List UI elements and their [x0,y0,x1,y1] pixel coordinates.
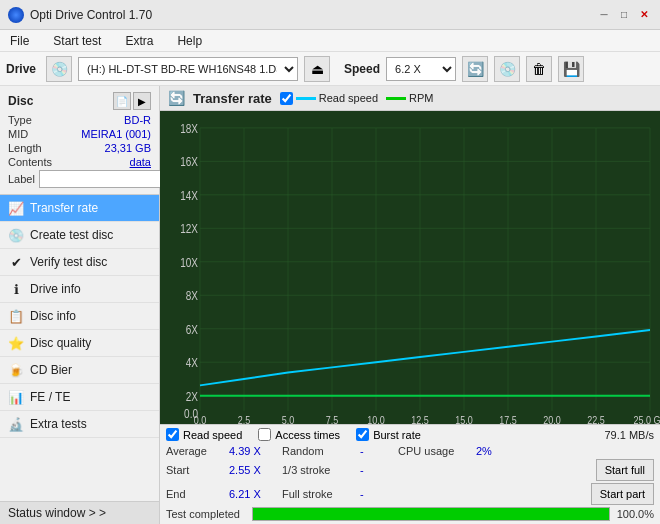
mid-value: MEIRA1 (001) [81,128,151,140]
end-label: End [166,488,221,500]
read-speed-checkbox[interactable] [166,428,179,441]
nav-create-test-disc[interactable]: 💿 Create test disc [0,222,159,249]
svg-text:14X: 14X [180,189,198,202]
menu-file[interactable]: File [4,32,35,50]
svg-text:16X: 16X [180,155,198,168]
svg-text:12.5: 12.5 [411,414,429,424]
burst-rate-checkbox-item[interactable]: Burst rate [356,428,421,441]
cpu-label: CPU usage [398,445,468,457]
progress-row: Test completed 100.0% [166,507,654,521]
nav-drive-info-label: Drive info [30,282,81,296]
random-value: - [360,445,390,457]
checkbox-row: Read speed Access times Burst rate 79.1 … [166,428,654,441]
access-times-checkbox[interactable] [258,428,271,441]
chart-icon: 🔄 [168,90,185,106]
sidebar: Disc 📄 ▶ Type BD-R MID MEIRA1 (001) Leng… [0,86,160,524]
drive-info-icon: ℹ [8,281,24,297]
start-part-button[interactable]: Start part [591,483,654,505]
svg-text:5.0: 5.0 [282,414,295,424]
label-label: Label [8,173,35,185]
nav-items: 📈 Transfer rate 💿 Create test disc ✔ Ver… [0,195,159,501]
status-text: Test completed [166,508,246,520]
svg-text:17.5: 17.5 [499,414,517,424]
nav-drive-info[interactable]: ℹ Drive info [0,276,159,303]
menu-help[interactable]: Help [171,32,208,50]
nav-cd-bier-label: CD Bier [30,363,72,377]
menu-extra[interactable]: Extra [119,32,159,50]
fe-te-icon: 📊 [8,389,24,405]
nav-extra-tests[interactable]: 🔬 Extra tests [0,411,159,438]
maximize-button[interactable]: □ [616,7,632,23]
nav-cd-bier[interactable]: 🍺 CD Bier [0,357,159,384]
cpu-value: 2% [476,445,654,457]
save-button[interactable]: 💾 [558,56,584,82]
refresh-button[interactable]: 🔄 [462,56,488,82]
nav-create-test-disc-label: Create test disc [30,228,113,242]
nav-disc-info-label: Disc info [30,309,76,323]
length-row: Length 23,31 GB [8,142,151,154]
length-label: Length [8,142,42,154]
legend-read-speed-check[interactable] [280,92,293,105]
transfer-rate-icon: 📈 [8,200,24,216]
close-button[interactable]: ✕ [636,7,652,23]
drive-label: Drive [6,62,36,76]
progress-bar-container [252,507,610,521]
toolbar: Drive 💿 (H:) HL-DT-ST BD-RE WH16NS48 1.D… [0,52,660,86]
minimize-button[interactable]: ─ [596,7,612,23]
disc-info-btn2[interactable]: ▶ [133,92,151,110]
contents-label: Contents [8,156,52,168]
svg-text:10.0: 10.0 [367,414,385,424]
nav-extra-tests-label: Extra tests [30,417,87,431]
progress-bar-fill [253,508,609,520]
access-times-checkbox-item[interactable]: Access times [258,428,340,441]
svg-text:2.5: 2.5 [238,414,251,424]
eject-button[interactable]: ⏏ [304,56,330,82]
svg-text:22.5: 22.5 [587,414,605,424]
mid-row: MID MEIRA1 (001) [8,128,151,140]
nav-transfer-rate[interactable]: 📈 Transfer rate [0,195,159,222]
menu-start-test[interactable]: Start test [47,32,107,50]
random-label: Random [282,445,352,457]
svg-text:8X: 8X [186,289,198,302]
nav-verify-test-disc[interactable]: ✔ Verify test disc [0,249,159,276]
chart-header: 🔄 Transfer rate Read speed RPM [160,86,660,111]
app-icon [8,7,24,23]
svg-text:20.0: 20.0 [543,414,561,424]
drive-select[interactable]: (H:) HL-DT-ST BD-RE WH16NS48 1.D3 [78,57,298,81]
burst-rate-checkbox-label: Burst rate [373,429,421,441]
burst-rate-value: 79.1 MB/s [604,429,654,441]
erase-button[interactable]: 🗑 [526,56,552,82]
svg-text:6X: 6X [186,323,198,336]
length-value: 23,31 GB [105,142,151,154]
nav-transfer-rate-label: Transfer rate [30,201,98,215]
type-value: BD-R [124,114,151,126]
svg-text:10X: 10X [180,256,198,269]
start-full-button[interactable]: Start full [596,459,654,481]
disc-info-icon: 📋 [8,308,24,324]
disc-quality-icon: ⭐ [8,335,24,351]
speed-select[interactable]: 6.2 X [386,57,456,81]
legend-read-speed-color [296,97,316,100]
svg-text:25.0 GB: 25.0 GB [634,414,660,424]
read-speed-checkbox-item[interactable]: Read speed [166,428,242,441]
start-row: Start 2.55 X 1/3 stroke - Start full [166,459,654,481]
disc-button[interactable]: 💿 [494,56,520,82]
full-stroke-value: - [360,488,390,500]
average-value: 4.39 X [229,445,274,457]
menu-bar: File Start test Extra Help [0,30,660,52]
nav-disc-quality-label: Disc quality [30,336,91,350]
nav-disc-quality[interactable]: ⭐ Disc quality [0,330,159,357]
contents-value[interactable]: data [130,156,151,168]
one-third-label: 1/3 stroke [282,464,352,476]
nav-disc-info[interactable]: 📋 Disc info [0,303,159,330]
disc-info-btn1[interactable]: 📄 [113,92,131,110]
svg-text:0.0: 0.0 [194,414,207,424]
burst-rate-checkbox[interactable] [356,428,369,441]
disc-title: Disc [8,94,33,108]
nav-fe-te[interactable]: 📊 FE / TE [0,384,159,411]
title-bar: Opti Drive Control 1.70 ─ □ ✕ [0,0,660,30]
svg-text:12X: 12X [180,222,198,235]
chart-area: 18X 16X 14X 12X 10X 8X 6X 4X 2X 0.0 0.0 … [160,111,660,424]
status-window-button[interactable]: Status window > > [0,501,159,524]
nav-verify-test-disc-label: Verify test disc [30,255,107,269]
